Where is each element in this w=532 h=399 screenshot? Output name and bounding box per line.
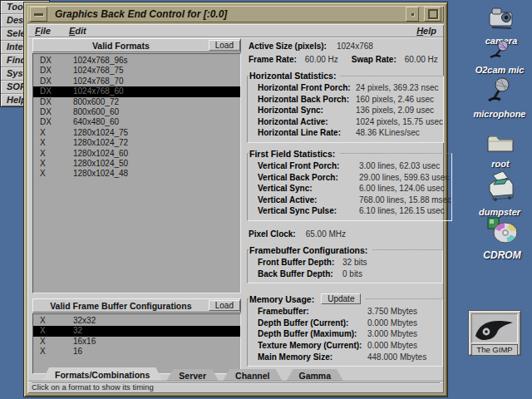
stat-label: Horizontal Back Porch: <box>258 94 356 106</box>
format-list-item[interactable]: DX 800x600_72 <box>33 97 240 107</box>
stat-label: Depth Buffer (Maximum): <box>258 328 367 340</box>
stat-row: Horizontal Line Rate: 48.36 KLines/sec <box>258 127 443 139</box>
fb-config-list-item[interactable]: X 32x32 <box>33 316 240 326</box>
fb-config-list-item[interactable]: X 32 <box>33 326 240 336</box>
menu-help[interactable]: Help <box>416 26 436 36</box>
minimize-button[interactable] <box>406 7 419 22</box>
fb-config-name: 32 <box>73 326 82 336</box>
valid-formats-header: Valid Formats Load <box>32 38 241 52</box>
stat-label: Front Buffer Depth: <box>258 257 342 268</box>
swap-rate-value: 60.00 Hz <box>405 54 438 65</box>
stat-value: 6.10 lines, 126.15 usec <box>359 205 445 217</box>
active-size-label: Active Size (pixels): <box>249 41 327 52</box>
desktop-icon-dumpster[interactable]: dumpster <box>474 170 525 217</box>
window-menu-icon <box>34 13 43 16</box>
format-tag: DX <box>40 97 73 107</box>
format-tag: X <box>40 169 73 179</box>
stat-label: Vertical Active: <box>258 195 359 206</box>
format-name: 1024x768_96s <box>73 56 128 66</box>
format-list-item[interactable]: DX 1024x768_70 <box>33 76 240 86</box>
o2cam-mic-icon <box>487 40 512 64</box>
valid-formats-title: Valid Formats <box>33 41 209 51</box>
stat-row: Back Buffer Depth: 0 bits <box>258 268 442 280</box>
fb-config-tag: X <box>40 337 73 347</box>
fb-config-name: 32x32 <box>73 316 96 326</box>
pixel-clock-row: Pixel Clock: 65.00 MHz <box>249 229 443 239</box>
format-name: 640x480_60 <box>73 117 119 127</box>
format-list-item[interactable]: X 1280x1024_60 <box>33 149 240 159</box>
stat-value: 160 pixels, 2.46 usec <box>356 94 434 106</box>
frame-rate-value: 60.00 Hz <box>305 54 338 65</box>
stat-value: 768.00 lines, 15.88 msec <box>359 195 451 206</box>
update-button[interactable]: Update <box>321 293 361 304</box>
format-list-item[interactable]: X 1280x1024_50 <box>33 159 240 169</box>
desktop-icon-label: CDROM <box>483 249 520 261</box>
stat-row: Vertical Sync: 6.00 lines, 124.06 usec <box>258 183 451 195</box>
rate-row: Frame Rate: 60.00 Hz Swap Rate: 60.00 Hz <box>249 54 443 65</box>
memory-usage-title: Memory Usage: <box>249 294 314 304</box>
active-size-value: 1024x768 <box>337 41 373 52</box>
format-list-item[interactable]: X 1280x1024_75 <box>33 128 240 138</box>
memory-usage-legend: Memory Usage: Update <box>249 293 365 304</box>
gimp-iconified-window[interactable]: The GIMP <box>468 310 521 356</box>
format-name: 1280x1024_48 <box>73 169 128 179</box>
stat-value: 24 pixels, 369.23 nsec <box>356 82 439 94</box>
stat-row: Depth Buffer (Maximum): 3.000 Mbytes <box>258 328 442 340</box>
swap-rate-label: Swap Rate: <box>352 54 397 65</box>
stat-value: 0.000 Mbytes <box>367 340 417 352</box>
stat-label: Framebuffer: <box>258 306 367 318</box>
frame-rate-label: Frame Rate: <box>249 54 297 65</box>
load-format-button[interactable]: Load <box>209 40 240 51</box>
fb-config-list-item[interactable]: X 16 <box>33 347 240 357</box>
format-list-item[interactable]: DX 1024x768_60 <box>33 86 240 96</box>
stat-label: Vertical Back Porch: <box>258 172 359 184</box>
valid-formats-list[interactable]: DX 1024x768_96s DX 1024x768_75 DX 1024x7… <box>32 53 241 293</box>
stat-row: Depth Buffer (Current): 0.000 Mbytes <box>258 318 442 329</box>
format-list-item[interactable]: DX 800x600_60 <box>33 107 240 117</box>
first-field-statistics-title: First Field Statistics: <box>249 149 339 159</box>
fb-configs-list[interactable]: X 32x32 X 32 X 16x16 X <box>32 313 241 374</box>
desktop-icon-microphone[interactable]: microphone <box>472 76 527 119</box>
menu-file[interactable]: File <box>35 26 51 36</box>
menubar: File Edit Help <box>28 25 443 37</box>
stat-row: Front Buffer Depth: 32 bits <box>258 257 442 268</box>
desktop-icon-o2cam-mic[interactable]: O2cam mic <box>474 40 525 75</box>
framebuffer-configurations-group: Framebuffer Configurations: Front Buffer… <box>247 245 443 283</box>
fb-config-tag: X <box>40 326 73 336</box>
format-list-item[interactable]: DX 640x480_60 <box>33 117 240 127</box>
menu-edit[interactable]: Edit <box>69 26 86 36</box>
stat-row: Horizontal Sync: 136 pixels, 2.09 usec <box>258 105 443 116</box>
maximize-button[interactable] <box>424 7 441 22</box>
window-titlebar[interactable]: Graphics Back End Control for [:0.0] <box>27 6 444 22</box>
fb-config-list-item[interactable]: X 16x16 <box>33 337 240 347</box>
stat-label: Back Buffer Depth: <box>258 268 342 280</box>
screen: { "desktop": { "background_color": "#4d6… <box>0 0 532 399</box>
format-name: 1024x768_60 <box>73 86 124 96</box>
stat-value: 136 pixels, 2.09 usec <box>356 105 434 116</box>
stat-label: Main Memory Size: <box>258 352 367 363</box>
format-list-item[interactable]: DX 1024x768_96s <box>33 56 240 66</box>
format-name: 800x600_72 <box>73 97 119 107</box>
format-tag: X <box>40 128 73 138</box>
load-fb-config-button[interactable]: Load <box>209 300 240 311</box>
format-tag: DX <box>40 86 73 96</box>
stat-label: Horizontal Sync: <box>258 105 356 116</box>
horizontal-statistics-title: Horizontal Statistics: <box>249 71 340 81</box>
desktop-icon-root[interactable]: root <box>482 131 519 169</box>
format-list-item[interactable]: X 1280x1024_72 <box>33 138 240 148</box>
stat-value: 3.00 lines, 62.03 usec <box>359 160 440 172</box>
window-menu-button[interactable] <box>30 7 47 22</box>
stat-value: 1024 pixels, 15.75 usec <box>356 116 443 128</box>
fb-config-name: 16x16 <box>73 337 96 347</box>
format-list-item[interactable]: DX 1024x768_75 <box>33 66 240 76</box>
folder-icon <box>485 131 515 158</box>
format-list-item[interactable]: X 1280x1024_48 <box>33 169 240 179</box>
format-tag: DX <box>40 66 73 76</box>
stat-row: Main Memory Size: 448.000 Mbytes <box>258 352 442 363</box>
pixel-clock-value: 65.00 MHz <box>306 229 346 239</box>
desktop-icon-cdrom[interactable]: CDROM <box>479 215 525 261</box>
microphone-icon <box>485 76 514 108</box>
format-name: 1024x768_75 <box>73 66 124 76</box>
window-title: Graphics Back End Control for [:0.0] <box>50 8 403 20</box>
desktop-icon-label: microphone <box>474 109 526 119</box>
